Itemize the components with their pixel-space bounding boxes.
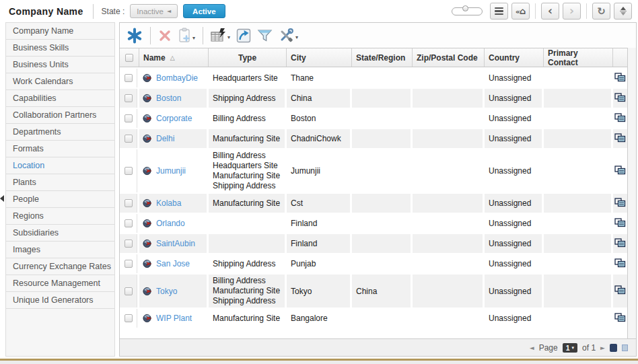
open-detail-button[interactable] [614, 313, 626, 324]
row-checkbox[interactable] [125, 260, 133, 268]
next-page-button[interactable]: ► [600, 344, 605, 351]
delete-x-icon [158, 29, 172, 42]
row-checkbox[interactable] [125, 114, 133, 122]
sidebar-item-departments[interactable]: Departments [6, 124, 114, 141]
open-detail-button[interactable] [614, 218, 626, 229]
type-line: Manufacturing Site [213, 314, 280, 324]
open-detail-button[interactable] [614, 285, 626, 297]
row-checkbox[interactable] [125, 167, 133, 175]
state-region-cell [352, 69, 411, 87]
location-link[interactable]: BombayDie [156, 73, 198, 83]
sidebar-item-people[interactable]: People [6, 191, 114, 208]
location-link[interactable]: San Jose [156, 259, 190, 268]
location-link[interactable]: Kolaba [156, 198, 181, 208]
actions-cell [613, 89, 627, 108]
open-detail-button[interactable] [614, 93, 626, 104]
column-header-type[interactable]: Type [209, 48, 287, 67]
sidebar-item-unique-id-generators[interactable]: Unique Id Generators [6, 292, 114, 309]
sidebar-item-resource-management[interactable]: Resource Management [6, 275, 114, 292]
row-checkbox[interactable] [125, 94, 133, 102]
type-cell: Manufacturing Site [209, 309, 285, 328]
inactive-state-button[interactable]: Inactive ◄ [130, 4, 178, 18]
row-checkbox[interactable] [125, 74, 133, 82]
column-header-actions[interactable] [613, 48, 627, 67]
sidebar-item-business-skills[interactable]: Business Skills [6, 40, 114, 57]
column-header-name[interactable]: Name△ [139, 48, 209, 67]
sidebar-item-location[interactable]: Location [6, 157, 114, 174]
location-link[interactable]: Corporate [156, 114, 192, 123]
location-link[interactable]: Tokyo [156, 287, 177, 296]
sidebar-item-images[interactable]: Images [6, 242, 114, 258]
location-link[interactable]: Orlando [156, 219, 185, 228]
forward-button[interactable]: › [563, 3, 581, 20]
open-detail-button[interactable] [614, 238, 626, 250]
location-globe-icon [143, 73, 152, 83]
sidebar-item-collaboration-partners[interactable]: Collaboration Partners [6, 107, 114, 124]
select-cell [120, 109, 137, 128]
toolbar-separator [535, 3, 536, 19]
location-link[interactable]: SaintAubin [156, 239, 195, 248]
column-header-zip-postal-code[interactable]: Zip/Postal Code [413, 48, 485, 67]
active-state-button[interactable]: Active [183, 4, 225, 18]
column-header-label: Primary Contact [548, 48, 608, 67]
open-detail-button[interactable] [614, 113, 626, 124]
vertical-scrollbar[interactable] [627, 48, 636, 338]
sidebar-item-company-name[interactable]: Company Name [6, 23, 114, 40]
primary-contact-cell [544, 275, 611, 307]
location-link[interactable]: Boston [156, 94, 181, 103]
row-checkbox[interactable] [125, 199, 133, 207]
table-actions-button[interactable]: ▾ [211, 28, 230, 42]
open-detail-button[interactable] [614, 133, 626, 145]
menu-button[interactable] [490, 3, 508, 20]
single-page-view-icon[interactable] [610, 344, 617, 352]
row-checkbox[interactable] [125, 314, 133, 322]
type-line: Shipping Address [213, 94, 275, 104]
select-all-checkbox[interactable] [125, 54, 133, 62]
sidebar-item-business-units[interactable]: Business Units [6, 57, 114, 73]
share-button[interactable] [236, 28, 251, 43]
open-detail-windows-icon [614, 285, 626, 295]
column-header-country[interactable]: Country [485, 48, 544, 67]
column-header-select[interactable] [120, 48, 139, 67]
location-link[interactable]: WIP Plant [156, 314, 192, 323]
view-toggle[interactable] [452, 7, 483, 15]
row-checkbox[interactable] [125, 240, 133, 248]
top-bar: Company Name State : Inactive ◄ Active «… [0, 0, 638, 22]
state-region-cell: China [352, 275, 411, 307]
paste-add-button[interactable]: ▾ [178, 28, 195, 43]
open-detail-button[interactable] [614, 166, 626, 177]
location-link[interactable]: Jumunjii [156, 166, 186, 176]
previous-page-button[interactable]: ◄ [530, 344, 534, 351]
sidebar-item-plants[interactable]: Plants [6, 174, 114, 191]
sidebar-item-currency-exchange-rates[interactable]: Currency Exchange Rates [6, 258, 114, 275]
column-header-city[interactable]: City [287, 48, 352, 67]
delete-button[interactable] [158, 29, 172, 42]
sidebar-item-capabilities[interactable]: Capabilities [6, 90, 114, 107]
location-link[interactable]: Delhi [156, 134, 174, 143]
sidebar-item-formats[interactable]: Formats [6, 141, 114, 157]
refresh-button[interactable]: ↻ [592, 3, 610, 20]
column-header-primary-contact[interactable]: Primary Contact [544, 48, 613, 67]
row-checkbox[interactable] [125, 135, 133, 143]
grid-view-icon[interactable] [622, 344, 628, 351]
page-number-dropdown[interactable]: 1 ▾ [563, 343, 577, 353]
sidebar-collapse-handle[interactable] [0, 195, 4, 202]
filter-button[interactable] [257, 28, 273, 42]
type-line: Manufacturing Site [213, 198, 280, 209]
collapse-panel-button[interactable] [614, 3, 632, 20]
open-detail-button[interactable] [614, 258, 626, 270]
select-cell [120, 254, 137, 273]
open-detail-button[interactable] [614, 73, 626, 84]
row-checkbox[interactable] [125, 287, 133, 295]
home-button[interactable]: «⌂ [511, 3, 530, 20]
sidebar-item-work-calendars[interactable]: Work Calendars [6, 73, 114, 90]
back-button[interactable]: ‹ [541, 3, 559, 20]
column-header-state-region[interactable]: State/Region [352, 48, 413, 67]
row-checkbox[interactable] [125, 219, 133, 227]
open-detail-button[interactable] [614, 198, 626, 209]
sidebar-item-regions[interactable]: Regions [6, 208, 114, 225]
new-button[interactable] [127, 28, 143, 44]
state-region-cell [352, 194, 411, 213]
tools-button[interactable]: ▾ [279, 28, 298, 42]
sidebar-item-subsidiaries[interactable]: Subsidiaries [6, 225, 114, 242]
